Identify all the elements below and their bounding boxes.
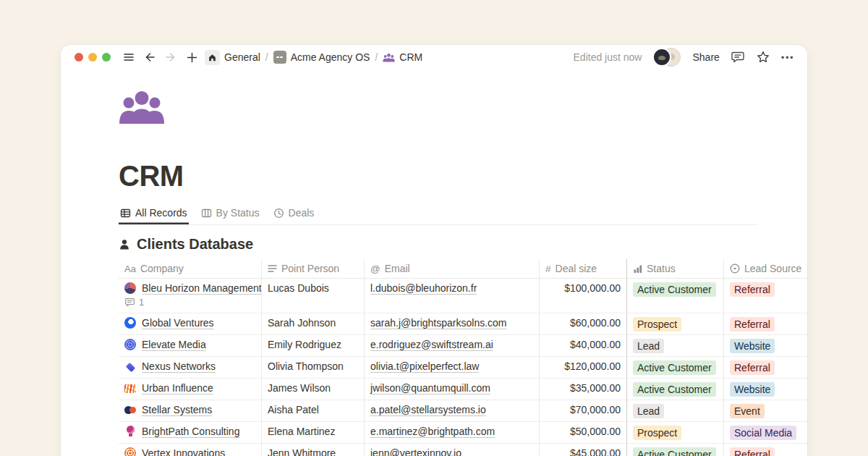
page-content: CRM All Records By Status Deals Clients … [61,90,807,456]
topbar-actions: Edited just now Share ••• [574,48,794,67]
company-cell[interactable]: Urban Influence [119,379,261,400]
column-label: Point Person [281,263,339,274]
share-button[interactable]: Share [692,51,719,63]
column-header-status[interactable]: Status [626,259,723,278]
column-label: Company [140,263,184,274]
email-cell[interactable]: olivia.t@pixelperfect.law [364,357,539,378]
deal-size-cell[interactable]: $70,000.00 [539,400,626,421]
status-badge: Lead [633,339,664,353]
status-cell[interactable]: Active Customer [626,444,723,456]
point-person-cell[interactable]: Lucas Dubois [261,279,364,313]
lead-source-cell[interactable]: Social Media [723,422,807,443]
column-header-lead-source[interactable]: Lead Source [723,259,807,278]
status-cell[interactable]: Prospect [626,313,723,334]
tab-deals[interactable]: Deals [272,205,316,224]
lead-source-cell[interactable]: Referral [723,279,807,313]
company-cell[interactable]: BrightPath Consulting [119,422,261,443]
database-title[interactable]: Clients Database [119,236,758,253]
tab-all-records[interactable]: All Records [119,205,189,224]
sidebar-toggle-icon[interactable] [122,50,136,64]
column-header-company[interactable]: Aa Company [119,259,261,278]
company-cell[interactable]: Nexus Networks [119,357,261,378]
lead-source-cell[interactable]: Referral [723,357,807,378]
breadcrumb-item-general[interactable]: General [205,50,260,65]
lead-source-badge: Website [730,382,775,397]
company-name: Vertex Innovations [142,447,225,456]
table-row: Bleu Horizon Management 1 Lucas Dubois l… [119,279,807,313]
status-cell[interactable]: Lead [626,400,723,421]
home-icon [205,50,220,65]
minimize-window-icon[interactable] [88,53,97,62]
more-options-icon[interactable]: ••• [781,52,794,63]
point-person-cell[interactable]: Sarah Johnson [261,313,364,334]
company-logo [124,317,136,329]
point-person-cell[interactable]: Emily Rodriguez [261,335,364,356]
page-title[interactable]: CRM [119,160,758,192]
status-cell[interactable]: Prospect [626,422,723,443]
point-person-cell[interactable]: Aisha Patel [261,400,364,421]
status-cell[interactable]: Lead [626,335,723,356]
lead-source-cell[interactable]: Event [723,400,807,421]
point-person-cell[interactable]: Elena Martinez [261,422,364,443]
company-cell[interactable]: Bleu Horizon Management 1 [119,279,261,313]
status-badge: Prospect [633,317,681,332]
company-logo [124,384,136,393]
breadcrumb-item-workspace[interactable]: Acme Agency OS [273,51,370,64]
breadcrumb-item-crm[interactable]: CRM [383,51,422,63]
deal-size-cell[interactable]: $35,000.00 [539,379,626,400]
new-page-icon[interactable] [184,50,199,64]
tab-label: Deals [289,207,315,219]
lead-source-cell[interactable]: Website [723,379,807,400]
lead-source-badge: Referral [730,447,775,456]
zoom-window-icon[interactable] [102,53,111,62]
point-person-cell[interactable]: Jenn Whitmore [261,444,364,456]
status-cell[interactable]: Active Customer [626,379,723,400]
email-at-icon: @ [370,263,380,274]
company-cell[interactable]: Stellar Systems [119,400,261,421]
table-row: Nexus Networks Olivia Thompson olivia.t@… [119,357,807,379]
point-person-cell[interactable]: Olivia Thompson [261,357,364,378]
forward-icon[interactable] [163,50,178,64]
select-property-icon [730,263,740,274]
status-cell[interactable]: Active Customer [626,279,723,313]
comment-count[interactable]: 1 [124,297,144,308]
people-group-icon[interactable] [119,90,165,124]
company-cell[interactable]: Elevate Media [119,335,261,356]
comments-icon[interactable] [731,50,745,64]
company-name: Urban Influence [142,382,213,394]
email-cell[interactable]: e.martinez@brightpath.com [364,422,539,443]
tab-by-status[interactable]: By Status [200,205,261,224]
email-cell[interactable]: jenn@vertexinnov.io [364,444,539,456]
lead-source-cell[interactable]: Website [723,335,807,356]
column-header-email[interactable]: @ Email [364,259,539,278]
lead-source-cell[interactable]: Referral [723,313,807,334]
company-cell[interactable]: Global Ventures [119,313,261,334]
status-badge: Active Customer [633,282,716,297]
deal-size-cell[interactable]: $100,000.00 [539,279,626,313]
collaborator-avatars[interactable] [652,48,681,67]
deal-size-cell[interactable]: $120,000.00 [539,357,626,378]
email-cell[interactable]: a.patel@stellarsystems.io [364,400,539,421]
breadcrumb-label: General [224,51,260,63]
email-cell[interactable]: l.dubois@bleuhorizon.fr [364,279,539,313]
deal-size-cell[interactable]: $45,000.00 [539,444,626,456]
status-cell[interactable]: Active Customer [626,357,723,378]
breadcrumb-label: Acme Agency OS [291,51,370,63]
company-cell[interactable]: Vertex Innovations [119,444,261,456]
column-label: Lead Source [744,263,801,274]
deal-size-cell[interactable]: $60,000.00 [539,313,626,334]
company-name: Nexus Networks [142,360,216,372]
column-header-deal-size[interactable]: # Deal size [539,259,626,278]
close-window-icon[interactable] [75,53,83,62]
lead-source-cell[interactable]: Referral [723,444,807,456]
column-header-point-person[interactable]: Point Person [261,259,364,278]
point-person-cell[interactable]: James Wilson [261,379,364,400]
back-icon[interactable] [142,50,157,64]
deal-size-cell[interactable]: $50,000.00 [539,422,626,443]
lead-source-badge: Referral [730,317,775,332]
favorite-star-icon[interactable] [756,50,770,64]
deal-size-cell[interactable]: $40,000.00 [539,335,626,356]
email-cell[interactable]: sarah.j@brightsparksolns.com [364,313,539,334]
email-cell[interactable]: jwilson@quantumquill.com [364,379,539,400]
email-cell[interactable]: e.rodriguez@swiftstream.ai [364,335,539,356]
